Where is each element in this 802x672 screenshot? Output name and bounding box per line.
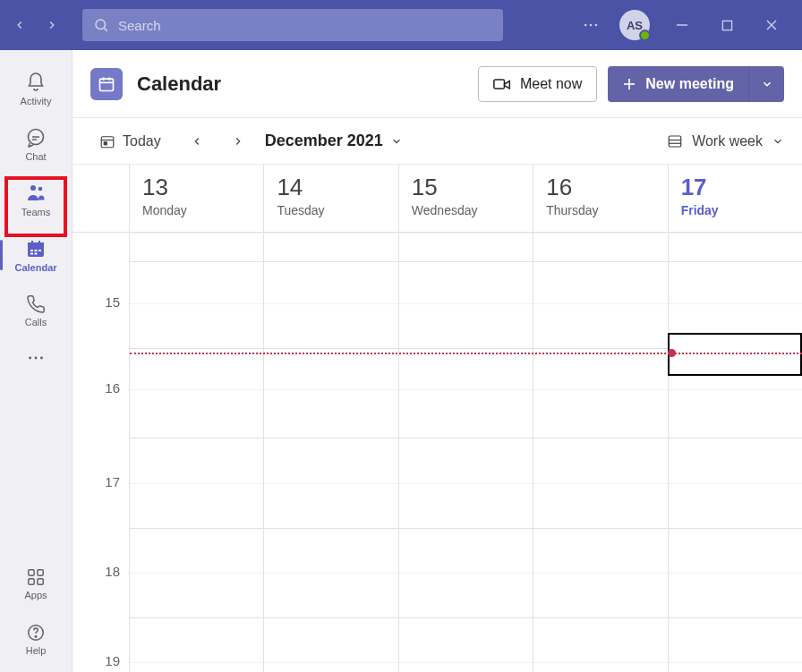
svg-rect-16: [30, 250, 33, 251]
rail-calendar[interactable]: Calendar: [5, 229, 66, 281]
calendar-today-icon: [99, 133, 115, 149]
time-label: 17: [73, 474, 120, 489]
nav-back-button[interactable]: [7, 13, 32, 38]
svg-point-29: [35, 635, 36, 636]
video-icon: [493, 77, 511, 91]
avatar-initials: AS: [627, 19, 643, 32]
time-label: 16: [73, 380, 120, 396]
day-number: 16: [546, 174, 654, 201]
svg-point-21: [29, 357, 31, 360]
page-header: Calendar Meet now New meeting: [73, 50, 802, 118]
month-picker[interactable]: December 2021: [265, 132, 403, 150]
svg-rect-39: [104, 141, 107, 144]
current-time-dot: [668, 349, 676, 357]
nav-forward-button[interactable]: [39, 13, 64, 38]
rail-calls[interactable]: Calls: [5, 285, 66, 336]
day-weekday: Wednesday: [412, 203, 520, 217]
day-weekday: Friday: [681, 203, 789, 217]
svg-point-4: [595, 24, 598, 27]
phone-icon: [26, 294, 46, 314]
svg-rect-6: [722, 21, 731, 30]
plus-icon: [622, 77, 636, 91]
day-number: 13: [142, 174, 251, 201]
search-input[interactable]: Search: [82, 9, 503, 41]
teams-icon: [24, 183, 47, 204]
day-column[interactable]: 14Tuesday: [264, 165, 398, 672]
today-button[interactable]: Today: [90, 128, 170, 155]
day-slots[interactable]: [669, 233, 802, 672]
calendar-grid[interactable]: 15 16 17 18 19 13Monday14Tuesday15Wednes…: [73, 165, 802, 672]
new-meeting-split-button: New meeting: [608, 66, 784, 102]
day-number: 17: [681, 174, 789, 201]
svg-point-0: [96, 20, 106, 30]
days-container: 13Monday14Tuesday15Wednesday16Thursday17…: [130, 165, 802, 672]
rail-activity[interactable]: Activity: [5, 63, 66, 115]
day-header[interactable]: 16Thursday: [533, 165, 667, 233]
day-column[interactable]: 16Thursday: [533, 165, 668, 672]
list-icon: [667, 133, 683, 149]
rail-chat[interactable]: Chat: [5, 118, 66, 170]
chevron-down-icon: [772, 135, 784, 148]
window-minimize-button[interactable]: [670, 19, 695, 31]
day-weekday: Thursday: [546, 203, 654, 217]
svg-point-3: [590, 24, 593, 27]
chevron-down-icon: [761, 78, 773, 90]
new-meeting-button[interactable]: New meeting: [608, 66, 748, 102]
view-picker[interactable]: Work week: [667, 133, 784, 149]
time-label: 19: [73, 653, 120, 668]
rail-help[interactable]: Help: [5, 613, 66, 665]
page-title: Calendar: [137, 72, 221, 96]
svg-rect-13: [28, 242, 44, 247]
day-number: 15: [412, 174, 520, 201]
user-avatar[interactable]: AS: [619, 10, 650, 40]
svg-rect-24: [29, 569, 34, 574]
svg-rect-27: [38, 578, 43, 583]
svg-point-22: [35, 357, 38, 360]
day-column[interactable]: 13Monday: [130, 165, 264, 672]
svg-rect-40: [669, 136, 681, 147]
rail-more[interactable]: [5, 340, 66, 376]
svg-rect-17: [35, 250, 38, 251]
day-slots[interactable]: [130, 233, 263, 672]
day-slots[interactable]: [399, 233, 533, 672]
svg-point-10: [30, 185, 36, 191]
ellipsis-icon: [582, 16, 600, 34]
next-period-button[interactable]: [224, 127, 252, 156]
day-header[interactable]: 17Friday: [669, 165, 802, 233]
svg-rect-25: [38, 569, 43, 574]
day-slots[interactable]: [533, 233, 667, 672]
meet-now-button[interactable]: Meet now: [478, 66, 597, 102]
calendar-icon: [98, 75, 115, 93]
side-rail: Activity Chat Teams Calendar Calls Apps: [0, 50, 72, 672]
svg-rect-18: [38, 250, 41, 251]
day-slots[interactable]: [264, 233, 397, 672]
calendar-controls: Today December 2021 Work week: [73, 118, 802, 165]
new-meeting-dropdown[interactable]: [748, 66, 784, 102]
day-weekday: Monday: [142, 203, 251, 217]
chevron-down-icon: [390, 135, 403, 148]
svg-rect-19: [30, 252, 33, 254]
rail-teams[interactable]: Teams: [5, 174, 66, 225]
time-column: 15 16 17 18 19: [73, 165, 130, 672]
window-maximize-button[interactable]: [714, 20, 739, 31]
rail-apps[interactable]: Apps: [5, 557, 66, 609]
bell-icon: [25, 72, 47, 93]
calendar-app-tile: [90, 68, 123, 100]
prev-period-button[interactable]: [183, 127, 211, 156]
main-content: Calendar Meet now New meeting: [72, 50, 802, 672]
selected-time-slot[interactable]: [668, 333, 802, 376]
day-header[interactable]: 14Tuesday: [264, 165, 397, 233]
day-weekday: Tuesday: [277, 203, 385, 217]
day-column[interactable]: 15Wednesday: [399, 165, 533, 672]
presence-available-icon: [639, 30, 651, 41]
day-header[interactable]: 13Monday: [130, 165, 263, 233]
ellipsis-icon: [26, 348, 46, 368]
more-options-button[interactable]: [582, 16, 600, 34]
time-label: 15: [73, 294, 120, 310]
svg-rect-26: [29, 578, 34, 583]
svg-point-2: [584, 24, 587, 27]
search-icon: [93, 17, 109, 33]
window-close-button[interactable]: [759, 19, 784, 31]
day-header[interactable]: 15Wednesday: [399, 165, 533, 233]
day-column[interactable]: 17Friday: [669, 165, 802, 672]
